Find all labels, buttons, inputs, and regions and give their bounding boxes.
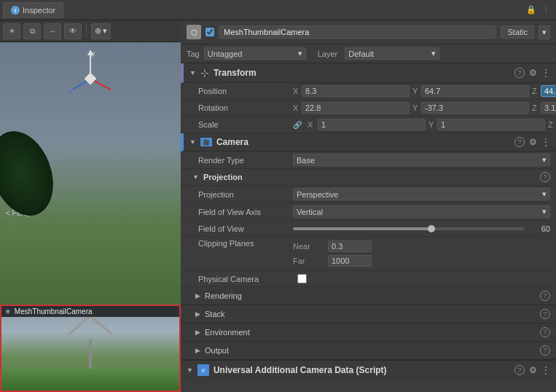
transform-header[interactable]: ▼ ⊹ Transform ? ⚙ ⋮ <box>181 63 556 83</box>
rotation-z-field: Z <box>532 102 556 114</box>
svg-line-9 <box>68 316 90 334</box>
camera-title: Camera <box>216 137 510 147</box>
output-section[interactable]: ▶ Output ? <box>181 342 556 360</box>
camera-more-icon[interactable]: ⋮ <box>541 137 550 147</box>
uacd-more-icon[interactable]: ⋮ <box>541 365 550 375</box>
tag-value: Untagged <box>208 50 243 58</box>
projection-value: Perspective <box>297 190 338 199</box>
stack-help-icon[interactable]: ? <box>540 309 550 319</box>
layer-arrow: ▾ <box>431 49 436 58</box>
projection-collapse-icon: ▼ <box>192 173 199 181</box>
near-input[interactable] <box>328 240 372 252</box>
uacd-actions: ? ⚙ ⋮ <box>514 365 550 375</box>
object-icon: ⬡ <box>187 25 201 39</box>
eye-btn[interactable]: 👁 <box>64 23 82 39</box>
layer-dropdown[interactable]: Default ▾ <box>345 47 439 60</box>
scale-x-input[interactable] <box>318 119 426 130</box>
position-x-input[interactable] <box>302 85 410 97</box>
lock-icon[interactable]: 🔒 <box>526 5 536 15</box>
sx-axis-label: X <box>308 120 315 129</box>
transform-more-icon[interactable]: ⋮ <box>541 68 550 78</box>
projection-arrow: ▾ <box>542 189 547 199</box>
position-y-input[interactable] <box>421 85 529 97</box>
transform-help-icon[interactable]: ? <box>514 68 525 78</box>
rendering-section[interactable]: ▶ Rendering ? <box>181 287 556 305</box>
projection-section-header[interactable]: ▼ Projection ? <box>181 169 556 186</box>
camera-help-icon[interactable]: ? <box>514 137 525 147</box>
viewport-scene[interactable]: y z < Persp <box>0 42 181 305</box>
viewport-panel: ☀ ⧉ ↔ 👁 ⊕ ▾ y <box>0 20 181 392</box>
static-arrow-button[interactable]: ▾ <box>539 26 550 39</box>
fov-label: Field of View <box>198 224 293 233</box>
scale-row: Scale 🔗 X Y Z <box>181 117 556 133</box>
projection-section-label: Projection <box>203 173 243 181</box>
far-input[interactable] <box>328 255 372 267</box>
fov-slider-row: Field of View 60 <box>181 221 556 237</box>
rx-axis-label: X <box>293 103 300 112</box>
fov-slider-fill <box>293 227 431 230</box>
rotation-y-input[interactable] <box>421 102 529 114</box>
svg-line-10 <box>90 316 112 334</box>
camera-header[interactable]: ▼ 🎥 Camera ? ⚙ ⋮ <box>181 133 556 152</box>
tag-arrow: ▾ <box>298 49 302 58</box>
object-active-checkbox[interactable] <box>205 28 214 36</box>
camera-component-icon: 🎥 <box>200 138 212 146</box>
transform-settings-icon[interactable]: ⚙ <box>529 68 537 78</box>
projection-help-icon[interactable]: ? <box>540 172 550 182</box>
uacd-help-icon[interactable]: ? <box>514 365 525 375</box>
fov-axis-dropdown[interactable]: Vertical ▾ <box>293 205 550 218</box>
physical-camera-checkbox[interactable] <box>297 274 307 283</box>
object-header: ⬡ Static ▾ <box>181 20 556 44</box>
fov-axis-arrow: ▾ <box>542 207 547 216</box>
layer-value: Default <box>348 50 374 58</box>
inspector-tab[interactable]: i Inspector <box>3 2 63 18</box>
inspector-tab-label: Inspector <box>23 6 55 15</box>
rotation-row: Rotation X Y Z <box>181 100 556 117</box>
scale-fields: 🔗 X Y Z <box>293 119 556 130</box>
object-name-input[interactable] <box>219 26 496 39</box>
projection-label: Projection <box>198 190 293 199</box>
view-dropdown[interactable]: ⊕ ▾ <box>91 23 111 39</box>
environment-section[interactable]: ▶ Environment ? <box>181 324 556 342</box>
camera-settings-icon[interactable]: ⚙ <box>529 137 537 147</box>
viewport-toolbar: ☀ ⧉ ↔ 👁 ⊕ ▾ <box>0 20 181 42</box>
environment-help-icon[interactable]: ? <box>540 327 550 337</box>
tab-bar: i Inspector 🔒 ⋮ <box>0 0 556 20</box>
static-button[interactable]: Static <box>501 26 534 39</box>
uacd-title: Universal Additional Camera Data (Script… <box>214 365 510 375</box>
move-btn[interactable]: ↔ <box>44 23 61 39</box>
rotation-x-input[interactable] <box>302 102 410 114</box>
clipping-container: Clipping Planes Near Far <box>198 239 550 268</box>
svg-text:z: z <box>68 87 72 95</box>
y-axis-label: Y <box>412 87 420 95</box>
uacd-header[interactable]: ▼ # Universal Additional Camera Data (Sc… <box>181 360 556 380</box>
stack-section[interactable]: ▶ Stack ? <box>181 305 556 324</box>
output-collapse-icon: ▶ <box>195 347 200 354</box>
tag-dropdown[interactable]: Untagged ▾ <box>204 47 306 60</box>
rendering-collapse-icon: ▶ <box>195 292 200 299</box>
rotation-z-input[interactable] <box>541 102 556 114</box>
uacd-collapse-icon: ▼ <box>187 366 193 374</box>
render-type-dropdown[interactable]: Base ▾ <box>293 154 550 166</box>
scale-y-input[interactable] <box>437 119 545 130</box>
layers-btn[interactable]: ⧉ <box>23 23 41 39</box>
sun-btn[interactable]: ☀ <box>3 23 20 39</box>
position-x-field: X <box>293 85 410 97</box>
ground <box>1 369 179 391</box>
near-label: Near <box>293 242 324 251</box>
uacd-icon: # <box>197 364 209 376</box>
z-axis-label: Z <box>532 87 539 95</box>
uacd-settings-icon[interactable]: ⚙ <box>529 365 537 375</box>
sy-axis-label: Y <box>428 120 436 129</box>
projection-dropdown[interactable]: Perspective ▾ <box>293 188 550 200</box>
output-help-icon[interactable]: ? <box>540 345 550 356</box>
near-line: Near <box>293 239 372 254</box>
fov-slider-thumb[interactable] <box>428 225 435 232</box>
more-icon[interactable]: ⋮ <box>542 5 550 15</box>
clipping-planes-row: Clipping Planes Near Far <box>181 237 556 271</box>
far-line: Far <box>293 254 372 268</box>
fov-slider-track[interactable] <box>293 227 524 230</box>
physical-camera-label: Physical Camera <box>198 275 293 283</box>
position-z-input[interactable] <box>541 85 556 97</box>
rendering-help-icon[interactable]: ? <box>540 291 550 301</box>
